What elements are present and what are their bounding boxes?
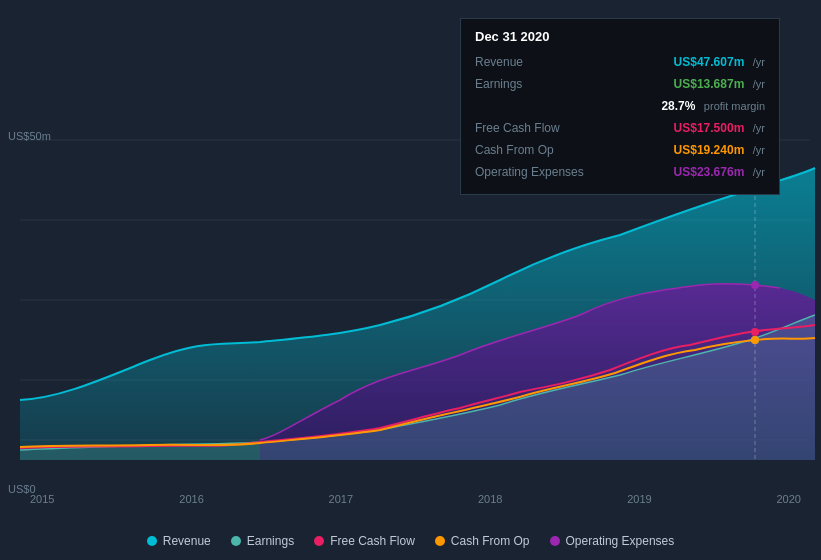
legend-dot-cashfromop — [435, 536, 445, 546]
tooltip-label-earnings: Earnings — [475, 77, 595, 91]
tooltip-value-fcf: US$17.500m /yr — [674, 118, 765, 136]
legend-item-cashfromop[interactable]: Cash From Op — [435, 534, 530, 548]
legend-label-earnings: Earnings — [247, 534, 294, 548]
x-label-2018: 2018 — [478, 493, 502, 505]
x-label-2017: 2017 — [329, 493, 353, 505]
legend-dot-fcf — [314, 536, 324, 546]
x-label-2016: 2016 — [179, 493, 203, 505]
legend-label-fcf: Free Cash Flow — [330, 534, 415, 548]
cashfromop-dot — [751, 336, 759, 344]
tooltip-row-opex: Operating Expenses US$23.676m /yr — [475, 162, 765, 180]
legend-dot-earnings — [231, 536, 241, 546]
opex-dot — [751, 281, 759, 289]
tooltip-label-opex: Operating Expenses — [475, 165, 595, 179]
x-axis: 2015 2016 2017 2018 2019 2020 — [20, 493, 811, 505]
x-label-2019: 2019 — [627, 493, 651, 505]
tooltip-value-cashfromop: US$19.240m /yr — [674, 140, 765, 158]
x-label-2015: 2015 — [30, 493, 54, 505]
x-label-2020: 2020 — [776, 493, 800, 505]
legend-item-revenue[interactable]: Revenue — [147, 534, 211, 548]
legend-dot-opex — [550, 536, 560, 546]
legend-dot-revenue — [147, 536, 157, 546]
tooltip-label-cashfromop: Cash From Op — [475, 143, 595, 157]
legend-label-cashfromop: Cash From Op — [451, 534, 530, 548]
tooltip-label-fcf: Free Cash Flow — [475, 121, 595, 135]
tooltip-value-margin: 28.7% profit margin — [661, 96, 765, 114]
legend-item-fcf[interactable]: Free Cash Flow — [314, 534, 415, 548]
legend-item-opex[interactable]: Operating Expenses — [550, 534, 675, 548]
tooltip-row-revenue: Revenue US$47.607m /yr — [475, 52, 765, 70]
tooltip-row-cashfromop: Cash From Op US$19.240m /yr — [475, 140, 765, 158]
tooltip-date: Dec 31 2020 — [475, 29, 765, 44]
tooltip-label-revenue: Revenue — [475, 55, 595, 69]
tooltip-card: Dec 31 2020 Revenue US$47.607m /yr Earni… — [460, 18, 780, 195]
tooltip-row-fcf: Free Cash Flow US$17.500m /yr — [475, 118, 765, 136]
legend-item-earnings[interactable]: Earnings — [231, 534, 294, 548]
legend-label-revenue: Revenue — [163, 534, 211, 548]
tooltip-value-earnings: US$13.687m /yr — [674, 74, 765, 92]
legend-label-opex: Operating Expenses — [566, 534, 675, 548]
tooltip-value-opex: US$23.676m /yr — [674, 162, 765, 180]
tooltip-row-earnings: Earnings US$13.687m /yr — [475, 74, 765, 92]
legend: Revenue Earnings Free Cash Flow Cash Fro… — [0, 534, 821, 548]
fcf-dot — [751, 328, 759, 336]
tooltip-row-margin: 28.7% profit margin — [475, 96, 765, 114]
tooltip-value-revenue: US$47.607m /yr — [674, 52, 765, 70]
